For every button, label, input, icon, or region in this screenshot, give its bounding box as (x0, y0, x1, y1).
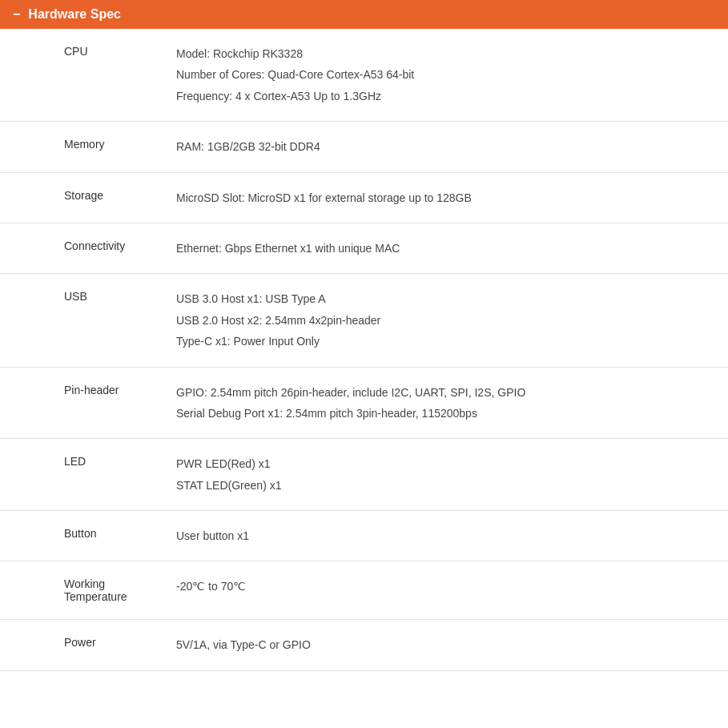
section-header: − Hardware Spec (0, 0, 728, 29)
label-text: Memory (64, 138, 105, 151)
spec-label: Pin-header (0, 367, 160, 439)
table-row: ButtonUser button x1 (0, 511, 728, 561)
spec-detail: Serial Debug Port x1: 2.54mm pitch 3pin-… (176, 404, 712, 422)
spec-label: WorkingTemperature (0, 561, 160, 620)
spec-detail: STAT LED(Green) x1 (176, 477, 712, 494)
spec-detail: GPIO: 2.54mm pitch 26pin-header, include… (176, 384, 712, 401)
spec-detail: 5V/1A, via Type-C or GPIO (176, 636, 712, 654)
spec-label: Power (0, 620, 160, 670)
label-text: USB (64, 290, 87, 303)
spec-label: LED (0, 439, 160, 511)
section-title: Hardware Spec (28, 7, 121, 22)
spec-detail: -20℃ to 70℃ (176, 577, 712, 595)
spec-value: PWR LED(Red) x1STAT LED(Green) x1 (160, 439, 728, 511)
label-text: Working (64, 577, 105, 590)
spec-detail: USB 2.0 Host x2: 2.54mm 4x2pin-header (176, 312, 712, 329)
spec-detail: Ethernet: Gbps Ethernet x1 with unique M… (176, 239, 712, 257)
table-row: Power5V/1A, via Type-C or GPIO (0, 620, 728, 670)
label-text: Temperature (64, 590, 127, 603)
spec-detail: USB 3.0 Host x1: USB Type A (176, 290, 712, 308)
spec-detail: RAM: 1GB/2GB 32-bit DDR4 (176, 138, 712, 155)
table-row: ConnectivityEthernet: Gbps Ethernet x1 w… (0, 223, 728, 273)
table-row: StorageMicroSD Slot: MicroSD x1 for exte… (0, 172, 728, 223)
collapse-icon[interactable]: − (13, 7, 20, 22)
spec-label: CPU (0, 29, 160, 122)
spec-detail: Type-C x1: Power Input Only (176, 332, 712, 350)
spec-value: USB 3.0 Host x1: USB Type AUSB 2.0 Host … (160, 274, 728, 367)
table-row: WorkingTemperature-20℃ to 70℃ (0, 561, 728, 620)
spec-detail: Model: Rockchip RK3328 (176, 45, 712, 62)
hardware-spec-section: − Hardware Spec CPUModel: Rockchip RK332… (0, 0, 728, 671)
spec-table: CPUModel: Rockchip RK3328Number of Cores… (0, 29, 728, 671)
table-row: CPUModel: Rockchip RK3328Number of Cores… (0, 29, 728, 122)
label-text: Button (64, 527, 96, 540)
table-row: USBUSB 3.0 Host x1: USB Type AUSB 2.0 Ho… (0, 274, 728, 367)
spec-value: GPIO: 2.54mm pitch 26pin-header, include… (160, 367, 728, 439)
spec-value: 5V/1A, via Type-C or GPIO (160, 620, 728, 670)
spec-value: Ethernet: Gbps Ethernet x1 with unique M… (160, 223, 728, 273)
spec-value: MicroSD Slot: MicroSD x1 for external st… (160, 172, 728, 223)
spec-detail: MicroSD Slot: MicroSD x1 for external st… (176, 189, 712, 207)
label-text: CPU (64, 45, 88, 58)
label-text: Storage (64, 189, 103, 202)
spec-detail: PWR LED(Red) x1 (176, 455, 712, 473)
spec-label: Storage (0, 172, 160, 223)
table-row: LEDPWR LED(Red) x1STAT LED(Green) x1 (0, 439, 728, 511)
label-text: LED (64, 455, 86, 468)
spec-label: Connectivity (0, 223, 160, 273)
spec-value: -20℃ to 70℃ (160, 561, 728, 620)
label-text: Connectivity (64, 239, 125, 252)
label-text: Power (64, 636, 96, 649)
spec-value: User button x1 (160, 511, 728, 561)
spec-detail: Frequency: 4 x Cortex-A53 Up to 1.3GHz (176, 87, 712, 105)
spec-value: Model: Rockchip RK3328Number of Cores: Q… (160, 29, 728, 122)
spec-detail: User button x1 (176, 527, 712, 545)
spec-label: USB (0, 274, 160, 367)
spec-label: Memory (0, 122, 160, 172)
spec-label: Button (0, 511, 160, 561)
label-text: Pin-header (64, 384, 119, 396)
spec-detail: Number of Cores: Quad-Core Cortex-A53 64… (176, 66, 712, 83)
table-row: Pin-headerGPIO: 2.54mm pitch 26pin-heade… (0, 367, 728, 439)
table-row: MemoryRAM: 1GB/2GB 32-bit DDR4 (0, 122, 728, 172)
spec-value: RAM: 1GB/2GB 32-bit DDR4 (160, 122, 728, 172)
